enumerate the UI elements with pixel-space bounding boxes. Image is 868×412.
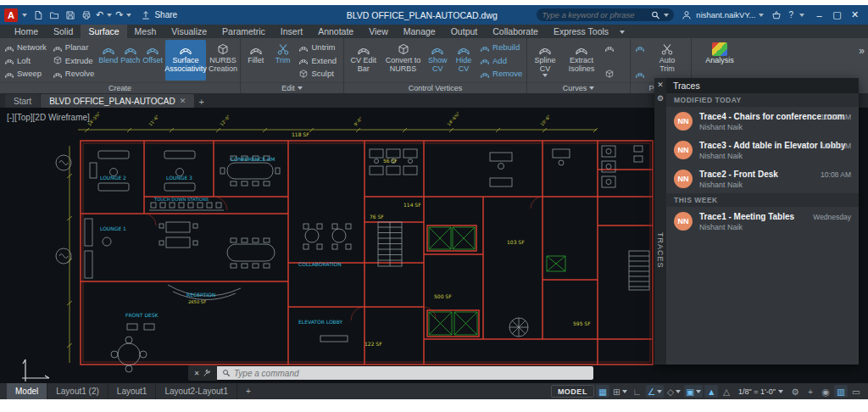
surface-associativity-button[interactable]: Surface Associativity <box>165 40 206 81</box>
add-button[interactable]: Add <box>478 54 524 67</box>
convert-to-nurbs-button[interactable]: Convert to NURBS <box>383 40 424 81</box>
ribbon-tab-home[interactable]: Home <box>7 25 46 38</box>
revolve-button[interactable]: Revolve <box>51 67 96 80</box>
cv-edit-bar-button[interactable]: CV Edit Bar <box>347 40 381 81</box>
trace-item[interactable]: NN Trace2 - Front Desk Nishant Naik 10:0… <box>666 164 859 193</box>
clean-screen-button[interactable]: ▭ <box>849 385 863 398</box>
workspace-switching-button[interactable]: ⚙ <box>788 385 802 398</box>
autocad-logo[interactable]: A <box>4 8 18 22</box>
untrim-button[interactable]: Untrim <box>297 41 341 53</box>
ortho-mode-button[interactable]: ∟ <box>631 385 644 398</box>
extrude-button[interactable]: Extrude <box>51 54 96 67</box>
panel-title-edit[interactable]: Edit <box>241 82 343 93</box>
undo-chevron-icon[interactable] <box>107 14 112 17</box>
layout-tab-layout2-layout1[interactable]: Layout2-Layout1 <box>156 383 237 399</box>
fillet-button[interactable]: Fillet <box>243 40 269 81</box>
network-button[interactable]: Network <box>3 41 48 53</box>
search-icon[interactable] <box>651 10 660 19</box>
sculpt-button[interactable]: Sculpt <box>297 67 341 80</box>
close-button[interactable]: ✕ <box>846 7 864 23</box>
customization-button[interactable]: + <box>804 385 817 398</box>
analysis-button[interactable]: Analysis <box>701 40 738 81</box>
file-tab-start[interactable]: Start <box>5 94 40 108</box>
ribbon-tab-view[interactable]: View <box>361 25 396 38</box>
object-snap-button[interactable]: ▣ <box>684 385 703 398</box>
curve-tool-icon[interactable] <box>603 41 620 53</box>
palette-tab-label[interactable]: TRACES <box>656 232 665 269</box>
save-icon[interactable] <box>64 8 76 21</box>
layout-tab-model[interactable]: Model <box>7 383 47 399</box>
ribbon-chevron-icon[interactable] <box>620 31 625 34</box>
ribbon-tab-insert[interactable]: Insert <box>273 25 310 38</box>
search-chevron-icon[interactable] <box>664 14 669 17</box>
ribbon-tab-solid[interactable]: Solid <box>46 25 81 38</box>
trim-button[interactable]: Trim <box>271 40 295 81</box>
nurbs-creation-button[interactable]: NURBS Creation <box>209 40 237 81</box>
extend-button[interactable]: Extend <box>297 54 341 67</box>
hide-cv-button[interactable]: Hide CV <box>452 40 476 81</box>
curve-tool-icon[interactable] <box>603 67 620 80</box>
auto-trim-button[interactable]: Auto Trim <box>653 40 682 81</box>
search-input[interactable] <box>542 10 648 19</box>
ribbon-tab-output[interactable]: Output <box>443 25 486 38</box>
trace-item[interactable]: NN Trace1 - Meeting Tables Nishant Naik … <box>666 207 859 236</box>
trace-item[interactable]: NN Trace4 - Chairs for conference room N… <box>666 107 859 136</box>
panel-title-create[interactable]: Create <box>0 82 240 93</box>
ribbon-tab-surface[interactable]: Surface <box>81 25 126 38</box>
autoscale-button[interactable]: △ <box>720 385 733 398</box>
planar-button[interactable]: Planar <box>51 41 96 53</box>
model-space-button[interactable]: MODEL <box>551 385 594 398</box>
palette-properties-gear-icon[interactable]: ⚙ <box>657 93 664 103</box>
help-button[interactable]: ? <box>788 11 793 19</box>
offset-button[interactable]: Offset <box>142 40 163 81</box>
open-file-icon[interactable] <box>47 8 60 21</box>
command-input-field[interactable] <box>217 366 593 380</box>
remove-button[interactable]: Remove <box>478 67 524 80</box>
minimize-button[interactable]: – <box>810 7 828 23</box>
file-tab-document[interactable]: BLVD OFFICE_PLAN-AUTOCAD ✕ <box>41 94 194 108</box>
spline-cv-button[interactable]: Spline CV <box>530 40 560 81</box>
ribbon-overflow-icon[interactable]: » <box>859 45 865 57</box>
ribbon-tab-visualize[interactable]: Visualize <box>164 25 214 38</box>
snap-mode-button[interactable]: ⊞ <box>611 385 629 398</box>
new-drawing-icon[interactable] <box>31 8 44 21</box>
ribbon-tab-parametric[interactable]: Parametric <box>214 25 273 38</box>
new-tab-button[interactable]: + <box>195 95 208 108</box>
customize-wrench-icon[interactable] <box>203 369 211 377</box>
project-tool-icon[interactable] <box>633 41 650 53</box>
close-tab-icon[interactable]: ✕ <box>180 97 186 105</box>
ribbon-tab-manage[interactable]: Manage <box>396 25 443 38</box>
panel-title-control-vertices[interactable]: Control Vertices <box>344 82 526 93</box>
ribbon-tab-collaborate[interactable]: Collaborate <box>485 25 546 38</box>
undo-icon[interactable]: ↶ <box>96 10 103 19</box>
help-chevron-icon[interactable] <box>799 14 804 17</box>
layout-tab-layout1-2[interactable]: Layout1 (2) <box>47 383 108 399</box>
share-button[interactable]: Share <box>136 8 181 21</box>
trace-item[interactable]: NN Trace3 - Add table in Elevator Lobby … <box>666 136 859 164</box>
plot-icon[interactable] <box>80 8 92 21</box>
viewport-controls[interactable]: [-][Top][2D Wireframe] <box>7 113 90 122</box>
command-input[interactable] <box>234 369 588 378</box>
blend-button[interactable]: Blend <box>98 40 118 81</box>
polar-tracking-button[interactable]: ∠ <box>646 385 664 398</box>
ribbon-tab-mesh[interactable]: Mesh <box>127 25 164 38</box>
redo-icon[interactable]: ↷ <box>115 10 123 19</box>
layout-tab-layout1[interactable]: Layout1 <box>108 383 157 399</box>
ribbon-tab-express-tools[interactable]: Express Tools <box>546 25 616 38</box>
close-command-icon[interactable]: ✕ <box>194 370 200 377</box>
rebuild-button[interactable]: Rebuild <box>478 41 524 53</box>
panel-title-curves[interactable]: Curves <box>527 82 630 93</box>
redo-chevron-icon[interactable] <box>126 14 131 17</box>
app-store-icon[interactable] <box>770 8 782 21</box>
close-palette-icon[interactable]: ✕ <box>657 80 664 90</box>
search-box[interactable] <box>537 8 674 21</box>
show-cv-button[interactable]: Show CV <box>426 40 449 81</box>
sweep-button[interactable]: Sweep <box>3 67 48 80</box>
new-layout-button[interactable]: + <box>237 383 259 399</box>
maximize-button[interactable]: ▢ <box>828 7 846 23</box>
app-menu-chevron-icon[interactable] <box>22 14 27 17</box>
ribbon-tab-annotate[interactable]: Annotate <box>310 25 361 38</box>
extract-isolines-button[interactable]: Extract Isolines <box>563 40 600 81</box>
patch-button[interactable]: Patch <box>120 40 140 81</box>
project-tool-icon[interactable] <box>633 67 650 80</box>
